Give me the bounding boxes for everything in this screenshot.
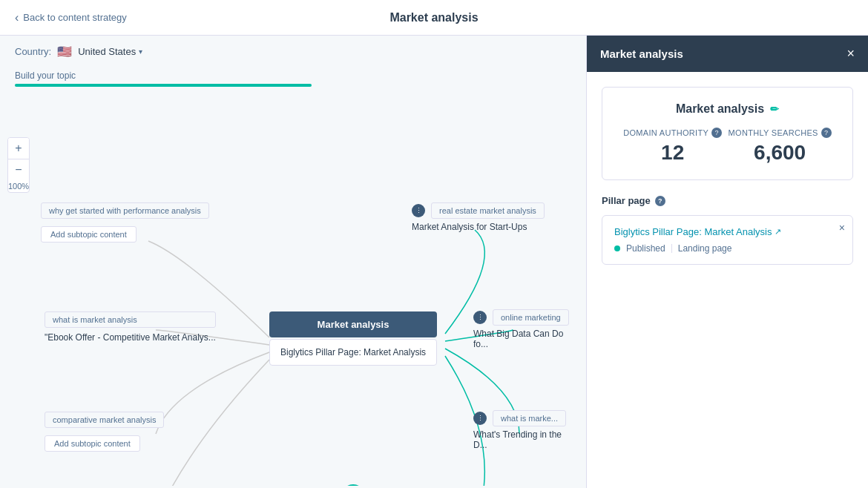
country-flag-icon: 🇺🇸 <box>57 44 72 59</box>
panel-header: Market analysis × <box>587 36 868 72</box>
content-item-r3[interactable]: What's Trending in the D... <box>473 429 577 450</box>
external-link-icon: ↗ <box>775 227 781 237</box>
content-item-r2[interactable]: What Big Data Can Do fo... <box>473 329 577 349</box>
edit-icon[interactable]: ✏ <box>770 103 779 115</box>
node-icon-1: ⋮ <box>412 204 425 217</box>
subtopic-label-2[interactable]: what is market analysis <box>45 311 216 328</box>
stats-card-title: Market analysis ✏ <box>620 102 835 116</box>
topic-bar: Build your topic <box>0 67 586 93</box>
country-label: Country: <box>15 46 51 57</box>
status-divider <box>671 244 672 253</box>
zoom-in-button[interactable]: + <box>8 138 29 159</box>
monthly-searches-info-icon[interactable]: ? <box>821 128 832 138</box>
zoom-controls: + − 100% <box>7 137 30 193</box>
app-header: ‹ Back to content strategy Market analys… <box>0 0 868 36</box>
domain-authority-value: 12 <box>623 141 722 165</box>
pillar-page-link[interactable]: Biglytics Pillar Page: Market Analysis ↗ <box>614 226 841 237</box>
left-node-2: what is market analysis "Ebook Offer - C… <box>45 311 216 343</box>
mind-map: + − 100% Market analysis <box>0 93 586 486</box>
zoom-level: 100% <box>8 180 29 192</box>
domain-authority-stat: DOMAIN AUTHORITY ? 12 <box>623 128 722 165</box>
subtopic-label-r3[interactable]: what is marke... <box>493 410 566 426</box>
topic-label: Build your topic <box>15 70 571 81</box>
domain-authority-label: DOMAIN AUTHORITY ? <box>623 128 722 138</box>
right-node-3: ⋮ what is marke... What's Trending in th… <box>473 410 577 450</box>
progress-fill <box>15 84 312 87</box>
add-subtopic-btn-3[interactable]: Add subtopic content <box>45 435 140 452</box>
pillar-section: Pillar page ? × Biglytics Pillar Page: M… <box>602 195 853 265</box>
pillar-section-title: Pillar page ? <box>602 195 853 206</box>
add-node-button[interactable]: + <box>341 484 365 486</box>
pillar-card-close-button[interactable]: × <box>839 222 845 234</box>
pillar-card: × Biglytics Pillar Page: Market Analysis… <box>602 215 853 265</box>
content-item-r1[interactable]: Market Analysis for Start-Ups <box>412 222 545 232</box>
panel-title: Market analysis <box>600 47 683 60</box>
content-item-2[interactable]: "Ebook Offer - Competitive Market Analys… <box>45 332 216 343</box>
canvas-area: Country: 🇺🇸 United States ▾ Build your t… <box>0 36 586 488</box>
left-node-3: comparative market analysis Add subtopic… <box>45 412 164 452</box>
progress-bar <box>15 84 312 87</box>
right-panel: Market analysis × Market analysis ✏ DOMA… <box>586 36 868 488</box>
panel-body: Market analysis ✏ DOMAIN AUTHORITY ? 12 … <box>587 72 868 488</box>
country-bar: Country: 🇺🇸 United States ▾ <box>0 36 586 67</box>
chevron-left-icon: ‹ <box>15 11 19 24</box>
panel-close-button[interactable]: × <box>846 46 855 62</box>
landing-page-type-label: Landing page <box>678 243 732 254</box>
node-icon-3: ⋮ <box>473 412 487 425</box>
monthly-searches-stat: MONTHLY SEARCHES ? 6,600 <box>729 128 832 165</box>
subtopic-label-3[interactable]: comparative market analysis <box>45 412 164 428</box>
country-selector[interactable]: United States ▾ <box>78 46 142 57</box>
center-node[interactable]: Market analysis Biglytics Pillar Page: M… <box>269 311 437 366</box>
stats-row: DOMAIN AUTHORITY ? 12 MONTHLY SEARCHES ?… <box>620 128 835 165</box>
stats-card: Market analysis ✏ DOMAIN AUTHORITY ? 12 … <box>602 87 853 180</box>
dropdown-arrow-icon: ▾ <box>139 47 142 56</box>
monthly-searches-label: MONTHLY SEARCHES ? <box>729 128 832 138</box>
center-node-label[interactable]: Market analysis <box>269 311 437 337</box>
back-label: Back to content strategy <box>23 12 126 23</box>
subtopic-label-1[interactable]: why get started with performance analysi… <box>41 202 209 219</box>
left-node-1: why get started with performance analysi… <box>41 202 209 243</box>
monthly-searches-value: 6,600 <box>729 141 832 165</box>
page-title: Market analysis <box>389 11 478 24</box>
published-status-label: Published <box>626 243 665 254</box>
back-button[interactable]: ‹ Back to content strategy <box>15 11 127 24</box>
zoom-out-button[interactable]: − <box>8 159 29 180</box>
node-icon-2: ⋮ <box>473 311 487 324</box>
add-subtopic-btn-1[interactable]: Add subtopic content <box>41 226 137 243</box>
main-layout: Country: 🇺🇸 United States ▾ Build your t… <box>0 36 868 488</box>
right-node-2: ⋮ online marketing What Big Data Can Do … <box>473 309 577 349</box>
domain-authority-info-icon[interactable]: ? <box>711 128 722 138</box>
pillar-section-info-icon[interactable]: ? <box>655 196 665 206</box>
published-status-dot <box>614 245 620 251</box>
center-pillar-label[interactable]: Biglytics Pillar Page: Market Analysis <box>269 339 437 366</box>
right-node-1: ⋮ real estate market analysis Market Ana… <box>412 202 545 232</box>
subtopic-label-r2[interactable]: online marketing <box>493 309 569 326</box>
subtopic-label-r1[interactable]: real estate market analysis <box>431 202 545 219</box>
country-name-text: United States <box>78 46 136 57</box>
pillar-status: Published Landing page <box>614 243 841 254</box>
